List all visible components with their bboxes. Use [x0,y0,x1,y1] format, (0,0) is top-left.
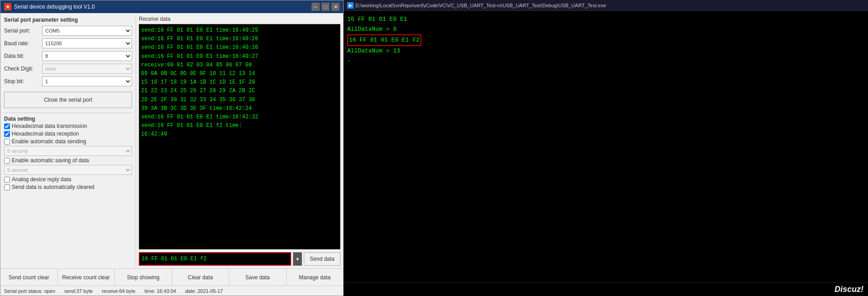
receive-data-box[interactable]: send:16 FF 01 01 E0 E1 time:16:40:25send… [139,24,340,249]
interval2-select: 5 second [4,165,132,175]
title-bar: ★ Serial device debugging tool V1.0 ─ □ … [0,0,343,13]
window-title: Serial device debugging tool V1.0 [14,4,309,10]
interval1-select: 5 second [4,146,132,156]
discuz-text: Discuz! [835,285,863,294]
data-bit-select[interactable]: 8 [42,51,132,61]
manage-data-button[interactable]: Manage data [287,269,344,286]
bottom-buttons-row: Send count clear Receive count clear Sto… [0,268,343,286]
close-button[interactable]: ✕ [331,3,340,11]
hex-receive-checkbox[interactable] [4,131,10,137]
status-bar: Serial port status: open send:37 byte re… [0,286,343,296]
console-highlighted-line: 16 FF 01 01 E0 E1 F2 [347,34,421,46]
send-data-button[interactable]: Send data [304,252,340,266]
console-line: AllDataNum = 13 [347,46,864,56]
baud-rate-label: Baud rate: [4,40,40,47]
receive-panel: Receive data send:16 FF 01 01 E0 E1 time… [136,13,343,268]
send-byte-text: send:37 byte [64,288,93,294]
serial-port-section-label: Serial port parameter setting [4,17,132,23]
send-dropdown-arrow[interactable]: ▼ [293,252,302,266]
receive-data-line: 21 22 23 24 25 26 27 28 29 2A 2B 2C [141,87,338,95]
stop-bit-label: Stop bit: [4,78,40,85]
check-digit-select: none [42,64,132,74]
app-icon: ★ [4,3,11,10]
analog-reply-label: Analog device reply data [12,176,71,183]
auto-send-checkbox[interactable] [4,139,10,145]
send-input-row: ▼ Send data [139,252,340,266]
console-line: - [347,56,864,66]
console-title-bar: ▶ D:\working\LocalSvnRepo\verifyCode\VC\… [344,0,868,11]
console-line: 16 FF 01 01 E0 E1 F2 [347,34,864,46]
send-input[interactable] [139,252,291,266]
settings-panel: Serial port parameter setting Serial por… [0,13,136,268]
console-footer: Discuz! [344,282,868,296]
auto-clear-checkbox[interactable] [4,184,10,190]
auto-save-checkbox[interactable] [4,158,10,164]
receive-data-line: 16:42:49 [141,130,338,139]
auto-save-row: Enable automatic saving of data [4,157,132,164]
receive-data-line: 39 3A 3B 3C 3D 3E 3F time:16:42:24 [141,104,338,113]
stop-showing-button[interactable]: Stop showing [115,269,172,286]
time-text: time: 16:43:04 [145,288,176,294]
receive-data-line: send:16 FF 01 01 E0 E1 time:16:40:26 [141,43,338,52]
serial-port-label: Serial port: [4,28,40,34]
main-area: Serial port parameter setting Serial por… [0,13,343,268]
receive-data-line: send:16 FF 01 01 E0 E1 time:16:40:26 [141,35,338,43]
data-bit-row: Data bit: 8 [4,51,132,61]
console-title-path: D:\working\LocalSvnRepo\verifyCode\VC\VC… [355,3,606,8]
receive-data-line: send:16 FF 01 01 E0 E1 time:16:40:25 [141,26,338,35]
console-icon: ▶ [347,2,354,9]
console-line: 16 FF 01 01 E0 E1 [347,14,864,24]
receive-data-line: 09 0A 0B 0C 0D 0E 0F 10 11 12 13 14 [141,70,338,78]
hex-transmit-row: Hexadecimal data transmission [4,123,132,129]
receive-byte-text: receive:64 byte [102,288,136,294]
window-controls: ─ □ ✕ [311,3,340,11]
clear-data-button[interactable]: Clear data [172,269,230,286]
serial-tool-window: ★ Serial device debugging tool V1.0 ─ □ … [0,0,344,296]
hex-transmit-checkbox[interactable] [4,123,10,129]
data-bit-label: Data bit: [4,53,40,59]
serial-port-select[interactable]: COM5 [42,26,132,36]
check-digit-label: Check Digit: [4,66,40,72]
receive-data-line: send:16 FF 01 01 E0 E1 time:16:42:32 [141,113,338,122]
maximize-button[interactable]: □ [321,3,330,11]
receive-data-line: receive:00 01 02 03 04 05 06 07 08 [141,61,338,70]
serial-port-row: Serial port: COM5 [4,26,132,36]
receive-data-line: 2D 2E 2F 30 31 32 33 34 35 36 37 38 [141,96,338,104]
stop-bit-row: Stop bit: 1 [4,76,132,86]
date-text: date: 2021-05-17 [185,288,223,294]
port-status-text: Serial port status: open [4,288,55,294]
receive-data-line: 15 16 17 18 19 1A 1B 1C 1D 1E 1F 20 [141,78,338,87]
receive-count-clear-button[interactable]: Receive count clear [58,269,115,286]
console-panel: ▶ D:\working\LocalSvnRepo\verifyCode\VC\… [344,0,868,296]
baud-rate-select[interactable]: 115200 [42,38,132,48]
data-setting-label: Data setting [4,116,132,122]
auto-clear-label: Send data is automatically cleared [12,184,94,190]
data-setting-section: Data setting Hexadecimal data transmissi… [4,113,132,192]
save-data-button[interactable]: Save data [229,269,287,286]
receive-data-line: send:16 FF 01 01 E0 E1 f2 time: [141,122,338,130]
console-content[interactable]: 16 FF 01 01 E0 E1AllDataNum = 616 FF 01 … [344,11,868,282]
send-count-clear-button[interactable]: Send count clear [0,269,58,286]
receive-data-line: send:16 FF 01 01 E0 E1 time:16:40:27 [141,52,338,61]
hex-receive-label: Hexadecimal data reception [12,131,79,137]
auto-clear-row: Send data is automatically cleared [4,184,132,190]
hex-receive-row: Hexadecimal data reception [4,131,132,137]
stop-bit-select[interactable]: 1 [42,76,132,86]
auto-send-row: Enable automatic data sending [4,138,132,145]
minimize-button[interactable]: ─ [311,3,320,11]
baud-rate-row: Baud rate: 115200 [4,38,132,48]
auto-save-label: Enable automatic saving of data [12,157,89,164]
console-line: AllDataNum = 6 [347,24,864,34]
receive-data-label: Receive data [139,16,340,22]
check-digit-row: Check Digit: none [4,64,132,74]
analog-reply-row: Analog device reply data [4,176,132,183]
analog-reply-checkbox[interactable] [4,177,10,183]
close-port-button[interactable]: Close the serial port [4,92,132,108]
auto-send-label: Enable automatic data sending [12,138,86,145]
hex-transmit-label: Hexadecimal data transmission [12,123,87,129]
